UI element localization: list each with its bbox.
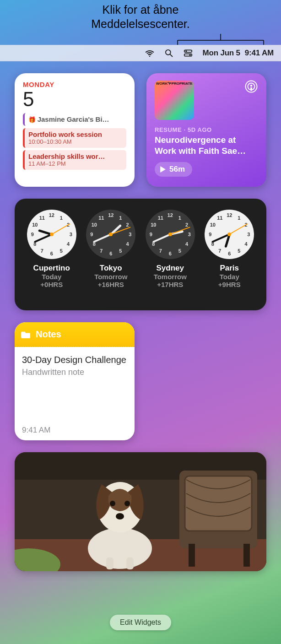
podcasts-app-icon: [244, 80, 258, 93]
clock-numeral: 5: [119, 248, 122, 254]
podcast-meta: RESUME · 5D AGO: [155, 126, 258, 133]
clock-day-label: Tomorrow: [154, 273, 187, 281]
svg-rect-4: [184, 54, 192, 56]
clock-numeral: 4: [245, 241, 248, 247]
calendar-event[interactable]: Jasmine Garcia's Bi…: [23, 113, 126, 126]
clock-face: 123456789101112: [86, 210, 135, 259]
clock-column: 123456789101112SydneyTomorrow+17HRS: [140, 210, 200, 301]
world-clock-widget[interactable]: 123456789101112CupertinoToday+0HRS123456…: [15, 199, 266, 310]
clock-numeral: 10: [151, 222, 156, 227]
callout-line2: Meddelelsescenter.: [0, 17, 281, 31]
clock-offset: +0HRS: [40, 281, 63, 288]
calendar-event-time: 10:00–10:30 AM: [28, 138, 123, 145]
clock-face: 123456789101112: [146, 210, 195, 259]
clock-offset: +16HRS: [98, 281, 124, 288]
clock-city: Paris: [220, 264, 239, 273]
clock-numeral: 3: [129, 232, 131, 237]
svg-point-5: [189, 54, 190, 56]
clock-numeral: 4: [126, 241, 129, 247]
clock-numeral: 10: [32, 222, 38, 227]
callout-arrow: [175, 34, 266, 45]
clock-numeral: 6: [109, 251, 112, 256]
podcast-age: 5D AGO: [188, 126, 212, 133]
clock-numeral: 4: [67, 241, 70, 247]
clock-face: 123456789101112: [27, 210, 76, 259]
svg-point-3: [185, 50, 187, 52]
clock-numeral: 5: [178, 248, 181, 254]
edit-widgets-label: Edit Widgets: [120, 618, 161, 626]
photos-widget[interactable]: [15, 452, 266, 571]
clock-numeral: 5: [60, 248, 63, 254]
clock-numeral: 11: [217, 215, 222, 221]
clock-numeral: 7: [218, 248, 221, 254]
svg-point-20: [124, 501, 130, 506]
clock-numeral: 1: [60, 215, 63, 221]
svg-rect-23: [126, 557, 134, 569]
spotlight-search-icon[interactable]: [164, 49, 173, 58]
clock-numeral: 9: [150, 232, 152, 237]
control-center-icon[interactable]: [184, 49, 193, 58]
calendar-event-title: Portfolio work session: [28, 130, 123, 138]
clock-numeral: 11: [158, 215, 163, 221]
clock-day-label: Today: [220, 273, 239, 281]
clock-numeral: 11: [39, 215, 45, 221]
podcast-play-button[interactable]: 56m: [155, 162, 192, 177]
menubar: Mon Jun 5 9:41 AM: [0, 45, 281, 61]
note-title: 30-Day Design Challenge: [22, 354, 127, 366]
edit-widgets-button[interactable]: Edit Widgets: [110, 615, 171, 630]
clock-numeral: 2: [185, 222, 188, 227]
clock-numeral: 1: [119, 215, 122, 221]
podcast-artwork: [155, 81, 194, 120]
clock-face: 123456789101112: [205, 210, 254, 259]
podcast-widget[interactable]: RESUME · 5D AGO Neurodivergence at Work …: [146, 73, 266, 187]
notes-header-label: Notes: [36, 329, 61, 340]
clock-numeral: 9: [209, 232, 211, 237]
clock-numeral: 10: [92, 222, 97, 227]
calendar-event-time: 11 AM–12 PM: [28, 160, 123, 167]
play-icon: [160, 166, 166, 173]
notes-widget[interactable]: Notes 30-Day Design Challenge Handwritte…: [15, 322, 135, 440]
wifi-icon[interactable]: [145, 49, 154, 58]
clock-numeral: 7: [100, 248, 103, 254]
svg-point-0: [165, 50, 170, 55]
clock-numeral: 10: [210, 222, 216, 227]
clock-numeral: 6: [169, 251, 172, 256]
callout-line1: Klik for at åbne: [0, 3, 281, 17]
svg-rect-2: [184, 50, 192, 52]
callout-text: Klik for at åbne Meddelelsescenter.: [0, 3, 281, 32]
note-subtitle: Handwritten note: [22, 368, 127, 377]
clock-numeral: 6: [50, 251, 53, 256]
svg-rect-22: [106, 557, 113, 569]
podcast-title: Neurodivergence at Work with Faith Sae…: [155, 135, 258, 157]
folder-icon: [21, 330, 31, 339]
svg-line-1: [170, 54, 172, 57]
clock-day-label: Today: [42, 273, 61, 281]
menubar-datetime[interactable]: Mon Jun 5 9:41 AM: [203, 49, 274, 58]
calendar-event[interactable]: Portfolio work session 10:00–10:30 AM: [23, 128, 126, 148]
svg-point-21: [116, 513, 124, 520]
clock-numeral: 7: [159, 248, 162, 254]
podcast-duration: 56m: [169, 165, 185, 174]
calendar-widget[interactable]: MONDAY 5 Jasmine Garcia's Bi… Portfolio …: [15, 73, 135, 187]
calendar-event[interactable]: Leadership skills wor… 11 AM–12 PM: [23, 150, 126, 170]
clock-numeral: 4: [185, 241, 188, 247]
calendar-weekday: MONDAY: [23, 81, 126, 88]
clock-numeral: 9: [31, 232, 34, 237]
podcast-resume-label: RESUME: [155, 126, 182, 133]
calendar-event-title: Leadership skills wor…: [28, 152, 123, 160]
clock-numeral: 1: [238, 215, 240, 221]
clock-numeral: 7: [41, 248, 43, 254]
clock-numeral: 1: [178, 215, 181, 221]
clock-column: 123456789101112ParisToday+9HRS: [200, 210, 259, 301]
svg-rect-16: [243, 544, 250, 567]
notes-body: 30-Day Design Challenge Handwritten note…: [15, 347, 135, 440]
clock-city: Tokyo: [100, 264, 122, 273]
svg-point-17: [88, 528, 152, 569]
clock-offset: +9HRS: [218, 281, 241, 288]
clock-numeral: 12: [108, 212, 113, 218]
clock-numeral: 3: [70, 232, 72, 237]
svg-point-8: [250, 85, 253, 87]
clock-numeral: 3: [188, 232, 191, 237]
clock-numeral: 2: [126, 222, 129, 227]
clock-numeral: 11: [98, 215, 104, 221]
